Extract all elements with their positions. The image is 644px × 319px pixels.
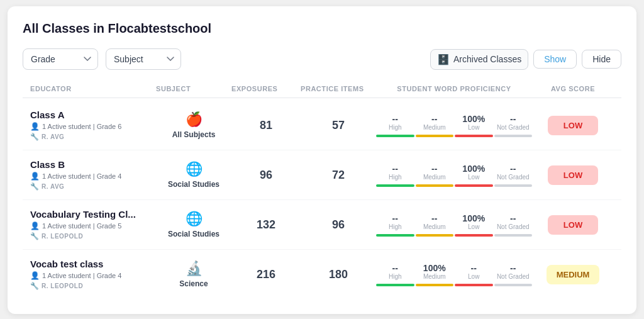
score-badge: MEDIUM — [547, 265, 600, 284]
prof-value: -- — [392, 114, 398, 124]
prof-value: 100% — [462, 164, 485, 174]
student-info: 👤 1 Active student | Grade 6 — [30, 122, 156, 131]
prof-label: High — [389, 273, 402, 280]
subject-cell-2: 🌐 Social Studies — [156, 211, 231, 238]
subject-cell-1: 🌐 Social Studies — [156, 161, 231, 189]
class-name[interactable]: Class B — [30, 159, 156, 170]
educator-header: Educator — [30, 85, 156, 92]
prof-bar-2 — [455, 234, 493, 237]
teacher-name: R. LEOPOLD — [42, 233, 83, 240]
subject-cell-0: 🍎 All Subjects — [156, 111, 231, 139]
archived-controls: 🗄️ Archived Classes Show Hide — [430, 49, 621, 70]
prof-label: High — [389, 174, 402, 181]
prof-bar-3 — [494, 234, 533, 237]
student-info: 👤 1 Active student | Grade 4 — [30, 271, 156, 280]
teacher-icon: 🔧 — [30, 282, 39, 290]
prof-bar-1 — [416, 135, 454, 137]
class-name[interactable]: Vocab test class — [30, 259, 156, 269]
subject-icon: 🍎 — [186, 111, 203, 128]
prof-value: 100% — [462, 114, 485, 124]
prof-label: Not Graded — [497, 273, 530, 280]
prof-bar-0 — [376, 234, 414, 237]
prof-item-2: 100% Low — [455, 164, 493, 181]
subject-dropdown[interactable]: Subject — [106, 48, 181, 70]
prof-label: High — [389, 124, 402, 131]
archive-icon: 🗄️ — [437, 53, 450, 65]
exposures-cell-0: 81 — [231, 119, 301, 132]
avgscore-cell-3: MEDIUM — [532, 265, 614, 284]
prof-value: -- — [510, 263, 516, 273]
prof-bar-2 — [455, 184, 493, 187]
hide-button[interactable]: Hide — [582, 50, 621, 69]
proficiency-cell-3: -- High 100% Medium -- Low -- Not Graded — [376, 263, 532, 286]
educator-cell-1: Class B 👤 1 Active student | Grade 4 🔧 R… — [30, 159, 156, 191]
exposures-cell-2: 132 — [231, 218, 301, 232]
prof-item-0: -- High — [376, 263, 414, 280]
proficiency-cell-2: -- High -- Medium 100% Low -- Not Graded — [376, 213, 532, 237]
prof-bar-1 — [416, 284, 454, 286]
teacher-icon: 🔧 — [30, 182, 39, 191]
prof-label: Low — [468, 124, 479, 131]
table-header: Educator Subject Exposures Practice Item… — [23, 85, 621, 98]
student-icon: 👤 — [30, 122, 40, 131]
proficiency-header: Student Word Proficiency — [376, 85, 532, 92]
prof-item-2: -- Low — [455, 263, 493, 280]
prof-bar-0 — [376, 135, 414, 137]
prof-bar-3 — [494, 284, 533, 286]
table-row: Vocabulary Testing Cl... 👤 1 Active stud… — [23, 200, 621, 250]
class-name[interactable]: Vocabulary Testing Cl... — [30, 209, 156, 220]
archived-label: 🗄️ Archived Classes — [430, 49, 528, 70]
grade-dropdown[interactable]: Grade — [23, 48, 98, 70]
practice-header: Practice Items — [301, 85, 376, 92]
prof-value: -- — [431, 213, 437, 223]
prof-item-1: -- Medium — [416, 114, 454, 131]
prof-bar-3 — [494, 184, 533, 187]
prof-bar-2 — [455, 135, 493, 137]
proficiency-cell-1: -- High -- Medium 100% Low -- Not Graded — [376, 164, 532, 187]
prof-value: -- — [510, 213, 516, 223]
prof-value: -- — [510, 114, 516, 124]
prof-value: -- — [431, 114, 437, 124]
student-icon: 👤 — [30, 221, 40, 230]
subject-icon: 🌐 — [186, 161, 203, 177]
prof-value: 100% — [423, 263, 446, 273]
prof-label: Not Graded — [497, 124, 530, 131]
student-info: 👤 1 Active student | Grade 4 — [30, 172, 156, 181]
table-row: Class A 👤 1 Active student | Grade 6 🔧 R… — [23, 101, 621, 150]
prof-value: -- — [471, 263, 477, 273]
score-badge: LOW — [548, 116, 598, 135]
prof-value: -- — [392, 263, 398, 273]
prof-bar-3 — [494, 135, 533, 137]
teacher-info: 🔧 R. LEOPOLD — [30, 232, 156, 240]
prof-bar-1 — [416, 184, 454, 187]
avgscore-cell-1: LOW — [532, 165, 614, 185]
prof-bar-0 — [376, 284, 414, 286]
show-button[interactable]: Show — [533, 50, 577, 69]
prof-label: Medium — [423, 223, 446, 230]
educator-cell-3: Vocab test class 👤 1 Active student | Gr… — [30, 259, 156, 290]
prof-item-1: -- Medium — [416, 213, 454, 230]
exposures-header: Exposures — [231, 85, 301, 92]
page-title: All Classes in Flocabtestschool — [23, 21, 621, 36]
prof-item-2: 100% Low — [455, 213, 493, 230]
prof-item-2: 100% Low — [455, 114, 493, 131]
prof-item-0: -- High — [376, 164, 414, 181]
subject-header: Subject — [156, 85, 231, 92]
teacher-name: R. LEOPOLD — [42, 283, 83, 289]
subject-cell-3: 🔬 Science — [156, 260, 231, 288]
exposures-cell-3: 216 — [231, 268, 301, 281]
exposures-cell-1: 96 — [231, 169, 301, 182]
prof-label: Medium — [423, 174, 446, 181]
prof-item-3: -- Not Graded — [494, 213, 533, 230]
prof-label: Low — [468, 273, 479, 280]
prof-bar-0 — [376, 184, 414, 187]
score-badge: LOW — [548, 215, 598, 235]
prof-label: Medium — [423, 273, 446, 280]
practice-cell-0: 57 — [301, 119, 376, 132]
practice-cell-2: 96 — [301, 218, 376, 232]
prof-item-1: 100% Medium — [416, 263, 454, 280]
subject-name: All Subjects — [172, 130, 216, 139]
avgscore-cell-0: LOW — [532, 116, 614, 135]
class-name[interactable]: Class A — [30, 109, 156, 120]
prof-item-0: -- High — [376, 114, 414, 131]
